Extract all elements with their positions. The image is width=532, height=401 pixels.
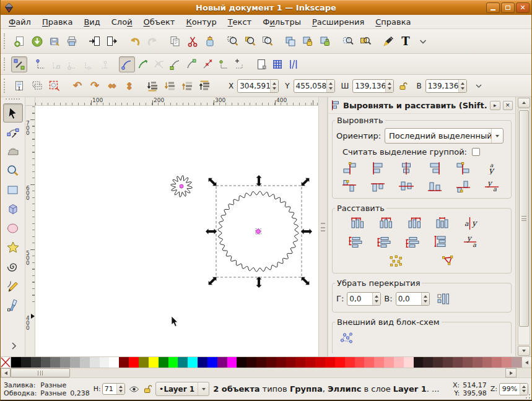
select-all-button[interactable] bbox=[11, 77, 28, 95]
palette-swatch[interactable] bbox=[119, 357, 129, 368]
ellipse-tool-button[interactable] bbox=[3, 218, 23, 238]
paste-button[interactable] bbox=[201, 32, 219, 51]
snap-page-border-button[interactable] bbox=[253, 56, 269, 72]
undo-button[interactable] bbox=[126, 32, 144, 51]
distribute-gaps-vertical-button[interactable] bbox=[429, 233, 455, 249]
palette-swatch[interactable] bbox=[374, 357, 384, 368]
connector-layout-button[interactable] bbox=[336, 329, 357, 346]
distribute-left-edges-button[interactable] bbox=[344, 215, 369, 231]
scroll-down-button[interactable] bbox=[518, 346, 530, 356]
menu-item-4[interactable]: Объект bbox=[138, 16, 181, 28]
drawing-canvas[interactable] bbox=[35, 106, 318, 356]
palette-swatch[interactable] bbox=[41, 357, 51, 368]
snap-smooth-nodes-button[interactable] bbox=[183, 56, 199, 72]
palette-swatch[interactable] bbox=[384, 357, 394, 368]
menu-item-9[interactable]: Справка bbox=[370, 16, 416, 28]
scale-handle[interactable] bbox=[256, 175, 262, 186]
print-document-button[interactable] bbox=[63, 32, 81, 51]
v-gap-field[interactable]: 0,0 bbox=[396, 292, 430, 306]
window-resize-grip[interactable] bbox=[523, 391, 531, 399]
align-bottom-to-anchor-top-button[interactable] bbox=[336, 178, 362, 194]
scale-handle[interactable] bbox=[256, 277, 262, 288]
scrollbar-thumb[interactable] bbox=[519, 110, 529, 327]
palette-swatch[interactable] bbox=[286, 357, 296, 368]
width-field-spin[interactable] bbox=[385, 80, 393, 92]
x-field-spin[interactable] bbox=[270, 80, 278, 92]
lower-to-bottom-button[interactable] bbox=[144, 77, 161, 95]
lock-ratio-icon[interactable] bbox=[399, 82, 408, 90]
hscrollbar-thumb[interactable] bbox=[11, 368, 70, 377]
palette-swatch[interactable] bbox=[159, 357, 168, 368]
layer-visibility-eye-icon[interactable] bbox=[129, 385, 139, 394]
palette-swatch[interactable] bbox=[168, 357, 178, 368]
snap-object-centers-button[interactable] bbox=[216, 56, 232, 72]
spiral-tool-button[interactable] bbox=[3, 257, 23, 276]
palette-swatch[interactable] bbox=[315, 357, 325, 368]
menu-item-3[interactable]: Слой bbox=[106, 16, 138, 28]
height-field-spin[interactable] bbox=[458, 80, 466, 92]
palette-swatch[interactable] bbox=[100, 357, 110, 368]
minimize-button[interactable] bbox=[486, 2, 500, 13]
height-field[interactable]: 139,136 bbox=[425, 79, 467, 93]
toolbar-grip[interactable] bbox=[4, 58, 9, 71]
lower-button[interactable] bbox=[161, 77, 178, 95]
hscrollbar-track[interactable] bbox=[70, 368, 505, 377]
zoom-drawing-button[interactable] bbox=[242, 32, 259, 51]
toolbar-grip[interactable] bbox=[4, 33, 9, 49]
horizontal-ruler[interactable]: 100200300400 bbox=[35, 97, 318, 106]
remove-overlaps-button[interactable] bbox=[433, 290, 454, 307]
palette-swatch[interactable] bbox=[70, 357, 80, 368]
snap-rotation-centers-button[interactable] bbox=[232, 56, 248, 72]
palette-swatch[interactable] bbox=[266, 357, 276, 368]
snap-nodes-button[interactable] bbox=[119, 56, 135, 72]
menu-item-6[interactable]: Текст bbox=[222, 16, 258, 28]
scale-handle[interactable] bbox=[206, 275, 218, 287]
h-gap-field[interactable]: 0,0 bbox=[347, 292, 381, 306]
distribute-top-edges-button[interactable] bbox=[344, 233, 369, 249]
palette-swatch[interactable] bbox=[345, 357, 355, 368]
menu-item-5[interactable]: Контур bbox=[180, 16, 222, 28]
save-document-button[interactable] bbox=[46, 32, 63, 51]
distribute-text-vertical-button[interactable]: ya bbox=[458, 233, 483, 249]
palette-swatch[interactable] bbox=[256, 357, 266, 368]
palette-swatch[interactable] bbox=[129, 357, 139, 368]
y-field[interactable]: 455,058 bbox=[294, 79, 335, 93]
panel-menu-button[interactable]: ▸ bbox=[490, 101, 500, 110]
palette-swatch[interactable] bbox=[443, 357, 453, 368]
snap-enable-button[interactable] bbox=[11, 56, 27, 72]
palette-swatch[interactable] bbox=[188, 357, 198, 368]
x-field[interactable]: 304,591 bbox=[237, 79, 279, 93]
toolbar-overflow-button[interactable] bbox=[414, 32, 432, 51]
v-gap-spin[interactable] bbox=[421, 293, 429, 305]
flip-horizontal-button[interactable]: ⇔ bbox=[103, 77, 121, 95]
dock-splitter-handle[interactable] bbox=[318, 97, 328, 356]
unlink-clone-button[interactable] bbox=[316, 32, 334, 51]
calligraphy-tool-button[interactable] bbox=[3, 295, 23, 314]
pencil-tool-button[interactable] bbox=[3, 276, 23, 295]
scale-handle[interactable] bbox=[301, 229, 312, 235]
palette-swatch[interactable] bbox=[60, 357, 70, 368]
palette-swatch[interactable] bbox=[453, 357, 463, 368]
distribute-gaps-horizontal-button[interactable] bbox=[429, 215, 455, 231]
palette-swatch[interactable] bbox=[207, 357, 217, 368]
text-dialog-button[interactable]: T bbox=[397, 32, 414, 51]
unclump-button[interactable] bbox=[435, 252, 461, 269]
scale-handle[interactable] bbox=[299, 176, 311, 188]
distribute-centers-vertical-button[interactable] bbox=[372, 233, 398, 249]
box-3d-tool-button[interactable] bbox=[3, 199, 23, 218]
palette-swatch[interactable] bbox=[198, 357, 207, 368]
distribute-bottom-edges-button[interactable] bbox=[401, 233, 426, 249]
rotate-ccw-button[interactable]: ↶ bbox=[69, 77, 86, 95]
palette-swatch[interactable] bbox=[335, 357, 345, 368]
zoom-tool-button[interactable] bbox=[3, 161, 23, 180]
palette-swatch[interactable] bbox=[90, 357, 100, 368]
rectangle-tool-button[interactable] bbox=[3, 180, 23, 199]
chevron-down-icon[interactable] bbox=[474, 82, 483, 90]
fill-stroke-dialog-button[interactable] bbox=[380, 32, 397, 51]
xml-editor-button[interactable] bbox=[357, 32, 374, 51]
fill-stroke-indicator[interactable]: Заливка: Разные Обводка: Разные 0,238 bbox=[4, 381, 90, 397]
find-button[interactable] bbox=[339, 32, 357, 51]
palette-swatch[interactable] bbox=[276, 357, 286, 368]
distribute-text-horizontal-button[interactable]: ay bbox=[458, 215, 483, 231]
align-text-vertical-button[interactable]: ya bbox=[479, 178, 504, 194]
